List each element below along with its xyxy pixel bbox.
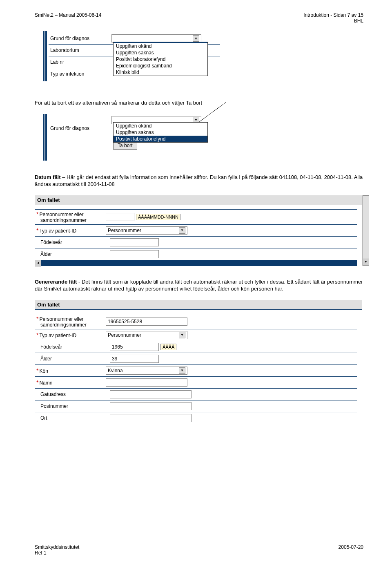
dropdown-item[interactable]: Klinisk bild [114, 69, 207, 76]
scrollbar-h[interactable]: ◄ [35, 260, 357, 266]
input-postnr[interactable] [110, 402, 192, 410]
label-alder: Ålder [35, 251, 110, 257]
scroll-down-icon[interactable]: ▼ [363, 259, 369, 265]
input-fodar[interactable] [110, 238, 159, 246]
hint-pnr-format: ÅÅÅÅMMDD-NNNN [136, 214, 180, 220]
chevron-down-icon: ▼ [179, 332, 185, 338]
label-lab: Laboratorium [49, 47, 111, 53]
header-right-1: Introduktion - Sidan 7 av 15 [303, 12, 363, 18]
dropdown-item[interactable]: Uppgiften okänd [114, 123, 207, 129]
scrollbar-v[interactable]: ▼ [363, 195, 369, 266]
label-namn: *Namn [35, 379, 106, 386]
input-ort[interactable] [110, 414, 192, 422]
label-fodar: Födelseår [35, 239, 110, 245]
dropdown-item[interactable]: Uppgiften saknas [114, 49, 207, 56]
dropdown-remove-list[interactable]: Uppgiften okänd Uppgiften saknas Positiv… [113, 122, 208, 143]
page-footer: Smittskyddsinstitutet Ref 1 2005-07-20 [35, 544, 363, 556]
label-pnr: *Personnummer eller samordningsnummer [35, 211, 106, 223]
input-alder2[interactable]: 39 [110, 355, 159, 363]
hint-year-format: ÅÅÅÅ [160, 344, 176, 350]
input-pnr[interactable] [106, 213, 134, 221]
input-gatu[interactable] [110, 390, 192, 398]
dropdown-item[interactable]: Positivt laboratoriefynd [114, 136, 207, 142]
dropdown-item[interactable]: Uppgiften okänd [114, 43, 207, 49]
select-kon[interactable]: Kvinna▼ [106, 367, 187, 375]
para-gen-label: Genererande fält [35, 279, 77, 285]
input-alder[interactable] [110, 250, 159, 258]
chevron-down-icon: ▼ [193, 35, 199, 42]
label-grund: Grund för diagnos [49, 36, 111, 41]
header-left: SmiNet2 – Manual 2005-06-14 [35, 12, 101, 24]
label-fodar2: Födelseår [35, 344, 110, 350]
footer-org: Smittskyddsinstitutet [35, 544, 79, 550]
label-labnr: Lab nr [49, 59, 111, 65]
select-grund[interactable]: ▼ [111, 34, 201, 42]
label-ort: Ort [35, 415, 110, 421]
panel-om-fallet-1: Om fallet *Personnummer eller samordning… [35, 195, 363, 266]
para-date-label: Datum fält [35, 174, 61, 180]
page-header: SmiNet2 – Manual 2005-06-14 Introduktion… [35, 12, 363, 24]
header-right-2: BHL [303, 18, 363, 24]
select-typid2[interactable]: Personnummer▼ [106, 331, 187, 339]
label-kon: *Kön [35, 367, 106, 374]
label-typid: *Typ av patient-ID [35, 227, 106, 234]
para-gen-body: - Det finns fält som är kopplade till an… [35, 279, 363, 292]
dropdown-item[interactable]: Uppgiften saknas [114, 129, 207, 136]
section-header: Om fallet [35, 300, 362, 310]
label-typinf: Typ av infektion [49, 71, 111, 77]
scroll-left-icon[interactable]: ◄ [35, 260, 41, 266]
label-grund2-text: Grund för diagnos [49, 125, 111, 131]
chevron-down-icon: ▼ [179, 367, 185, 374]
label-alder2: Ålder [35, 356, 110, 362]
label-gatu: Gatuadress [35, 391, 110, 397]
panel-diagnosis: Grund för diagnos ▼ Laboratorium Lab nr … [43, 31, 220, 81]
input-namn[interactable] [106, 378, 187, 387]
label-postnr: Postnummer [35, 403, 110, 409]
chevron-down-icon: ▼ [179, 227, 185, 234]
para-remove-alt: För att ta bort ett av alternativen så m… [35, 99, 363, 107]
para-date-field: Datum fält – Här går det endast att fyll… [35, 174, 363, 188]
panel-om-fallet-2: Om fallet *Personnummer eller samordning… [35, 300, 363, 424]
input-pnr2[interactable]: 19650525-5528 [106, 318, 187, 326]
dropdown-item[interactable]: Epidemiologiskt samband [114, 63, 207, 69]
panel-remove: ▼ Grund för diagnos Uppgiften okänd Uppg… [43, 114, 220, 161]
footer-ref: Ref 1 [35, 550, 79, 556]
footer-date: 2005-07-20 [339, 544, 363, 556]
dropdown-item[interactable]: Positivt laboratoriefynd [114, 56, 207, 63]
select-typid[interactable]: Personnummer▼ [106, 226, 187, 235]
label-typid2: *Typ av patient-ID [35, 332, 106, 338]
para-generating-field: Genererande fält - Det finns fält som är… [35, 278, 363, 293]
label-pnr2: *Personnummer eller samordningsnummer [35, 315, 106, 328]
dropdown-grund-list[interactable]: Uppgiften okänd Uppgiften saknas Positiv… [113, 42, 208, 76]
remove-button[interactable]: Ta bort [113, 141, 137, 150]
section-header: Om fallet [35, 195, 362, 205]
input-fodar2[interactable]: 1965 [110, 343, 159, 351]
para-date-body: – Här går det endast att fylla informati… [35, 174, 363, 188]
